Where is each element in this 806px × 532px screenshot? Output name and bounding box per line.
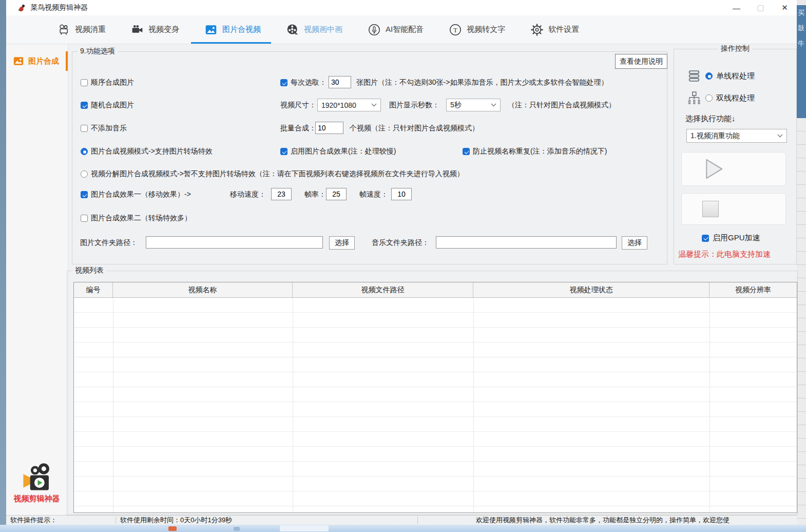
gpu-acceleration-option[interactable]: 启用GPU加速 [702, 233, 760, 243]
option-label: 启用GPU加速 [713, 233, 760, 243]
option-label: 图片合成效果一（移动效果）-> [91, 190, 191, 199]
option-label: 启用图片合成效果(注：处理较慢) [291, 147, 396, 156]
seconds-label: 图片显示秒数： [389, 98, 439, 112]
brand-block: 视频剪辑神器 [6, 463, 67, 504]
pick-count-option[interactable]: 每次选取： [280, 75, 327, 90]
function-select[interactable]: 1.视频消重功能 [686, 129, 787, 143]
minimize-button[interactable]: — [724, 0, 749, 15]
image-icon [204, 23, 218, 36]
checkbox[interactable] [280, 79, 287, 86]
checkbox[interactable] [280, 148, 287, 155]
movie-camera-icon [57, 23, 70, 36]
checkbox[interactable] [81, 191, 88, 198]
tab-video-dedupe[interactable]: 视频消重 [57, 15, 106, 44]
frame-rate-input[interactable] [326, 188, 347, 200]
image-folder-browse-button[interactable]: 选择 [329, 236, 355, 250]
close-button[interactable]: ✕ [773, 0, 797, 15]
column-header-name[interactable]: 视频名称 [113, 282, 293, 297]
chevron-down-icon [777, 134, 783, 138]
radio-button[interactable] [705, 72, 713, 80]
radio-button[interactable] [705, 94, 713, 102]
frame-speed-input[interactable] [391, 188, 412, 200]
group-title: 9.功能选项 [78, 47, 118, 56]
status-divider [417, 517, 418, 524]
function-options-group: 9.功能选项 查看使用说明 顺序合成图片 每次选取： 张图片（注：不勾选则30张… [72, 51, 667, 264]
enable-effect-option[interactable]: 启用图片合成效果(注：处理较慢) [280, 144, 396, 159]
selected-value: 1.视频消重功能 [690, 131, 740, 141]
dual-thread-icon [686, 90, 702, 106]
pick-count-input[interactable] [329, 76, 351, 88]
checkbox[interactable] [81, 215, 88, 222]
column-divider [113, 298, 113, 512]
radio-button[interactable] [81, 170, 88, 178]
image-mode-radio-option[interactable]: 图片合成视频模式->支持图片转场特效 [81, 144, 213, 159]
effect-one-option[interactable]: 图片合成效果一（移动效果）-> [81, 187, 191, 202]
checkbox[interactable] [702, 235, 709, 242]
music-folder-browse-button[interactable]: 选择 [622, 236, 647, 250]
column-divider [709, 298, 710, 512]
checkbox[interactable] [81, 125, 88, 132]
option-label: 单线程处理 [716, 71, 755, 81]
checkbox[interactable] [463, 148, 470, 155]
checkbox[interactable] [81, 79, 88, 86]
windows-taskbar[interactable] [0, 525, 806, 532]
taskbar-icon[interactable] [234, 527, 240, 531]
tab-ai-voice[interactable]: AI智能配音 [368, 15, 424, 44]
music-folder-label: 音乐文件夹路径： [372, 236, 429, 250]
prevent-duplicate-option[interactable]: 防止视频名称重复(注：添加音乐的情况下) [463, 144, 607, 159]
tab-label: 软件设置 [548, 25, 579, 34]
single-thread-option[interactable]: 单线程处理 [686, 69, 755, 83]
gpu-support-warning: 温馨提示：此电脑支持加速 [678, 250, 771, 259]
chevron-down-icon [371, 103, 377, 107]
tab-settings[interactable]: 软件设置 [530, 15, 579, 44]
no-music-option[interactable]: 不添加音乐 [81, 121, 127, 136]
random-compose-option[interactable]: 随机合成图片 [81, 98, 134, 112]
tab-image-to-video[interactable]: 图片合视频 [204, 15, 261, 44]
column-header-id[interactable]: 编号 [74, 282, 113, 297]
option-label: 顺序合成图片 [91, 78, 134, 87]
option-label: 每次选取： [291, 78, 327, 87]
video-size-select[interactable]: 1920*1080 [317, 99, 381, 111]
options-row: 视频分解图片合成视频模式->暂不支持图片转场特效（注：请在下面视频列表右键选择视… [72, 167, 667, 181]
start-button[interactable] [681, 152, 786, 186]
column-header-path[interactable]: 视频文件路径 [293, 282, 473, 297]
maximize-button[interactable]: ▢ [749, 0, 773, 15]
table-header: 编号 视频名称 视频文件路径 视频处理状态 视频分辨率 [74, 282, 797, 298]
video-list-group: 视频列表 编号 视频名称 视频文件路径 视频处理状态 视频分辨率 [67, 271, 798, 515]
move-speed-input[interactable] [271, 188, 292, 200]
movie-camera-logo-icon [20, 463, 54, 493]
table-body[interactable] [74, 298, 797, 512]
dual-thread-option[interactable]: 双线程处理 [686, 90, 755, 106]
chevron-down-icon [491, 103, 496, 107]
seconds-select[interactable]: 5秒 [446, 99, 501, 111]
sidebar-item-label: 图片合成 [28, 56, 59, 66]
tab-video-to-text[interactable]: T 视频转文字 [449, 15, 505, 44]
taskbar-active-app[interactable] [280, 525, 329, 531]
view-instructions-button[interactable]: 查看使用说明 [615, 54, 667, 69]
batch-count-input[interactable] [315, 122, 343, 134]
options-row: 不添加音乐 批量合成： 个视频（注：只针对图片合成视频模式） [72, 121, 667, 136]
column-header-status[interactable]: 视频处理状态 [473, 282, 709, 297]
effect-two-option[interactable]: 图片合成效果二（转场特效多） [81, 211, 191, 225]
taskbar-icon[interactable] [168, 526, 177, 531]
checkbox[interactable] [81, 102, 88, 109]
stop-button[interactable] [681, 193, 786, 225]
title-bar[interactable]: 菜鸟视频剪辑神器 — ▢ ✕ [6, 0, 797, 15]
stop-icon [702, 201, 719, 217]
pick-count-note: 张图片（注：不勾选则30张->如果添加音乐，图片太少或太多软件会智能处理） [356, 75, 608, 90]
sequential-compose-option[interactable]: 顺序合成图片 [81, 75, 134, 90]
background-window-header: 买 鼓 牛 [797, 5, 806, 118]
radio-button[interactable] [81, 148, 88, 155]
music-folder-input[interactable] [436, 236, 617, 249]
status-left-label: 软件操作提示： [10, 516, 57, 525]
tab-video-transform[interactable]: 视频变身 [131, 15, 179, 44]
image-folder-input[interactable] [146, 236, 323, 249]
frame-speed-label: 帧速度： [359, 187, 388, 202]
app-root: 买 鼓 牛 菜鸟视频剪辑神器 — ▢ ✕ [0, 0, 806, 532]
app-logo-icon [17, 4, 26, 12]
tab-video-pip[interactable]: 视频画中画 [286, 15, 342, 44]
video-table[interactable]: 编号 视频名称 视频文件路径 视频处理状态 视频分辨率 [73, 282, 797, 513]
sidebar-item-image-compose[interactable]: 图片合成 [6, 50, 68, 72]
column-header-resolution[interactable]: 视频分辨率 [709, 282, 797, 297]
decompose-mode-radio-option[interactable]: 视频分解图片合成视频模式->暂不支持图片转场特效（注：请在下面视频列表右键选择视… [81, 167, 464, 181]
